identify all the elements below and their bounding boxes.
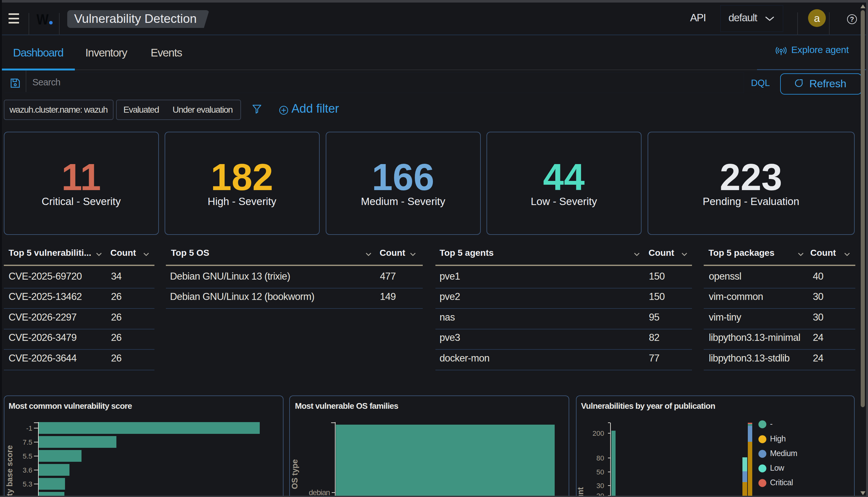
svg-text:50: 50: [597, 468, 604, 476]
svg-text:Medium: Medium: [770, 449, 797, 458]
svg-text:-: -: [770, 419, 773, 428]
svg-text:3.6: 3.6: [23, 466, 32, 474]
svg-text:OS type: OS type: [290, 459, 299, 489]
svg-text:5.5: 5.5: [23, 452, 32, 460]
svg-text:Low: Low: [770, 463, 784, 472]
svg-text:200: 200: [592, 429, 604, 437]
svg-text:-1: -1: [26, 424, 32, 432]
svg-text:5.3: 5.3: [23, 480, 32, 488]
svg-text:debian: debian: [309, 488, 330, 496]
svg-text:High: High: [770, 434, 785, 443]
svg-text:30: 30: [597, 482, 604, 490]
svg-text:Critical: Critical: [770, 478, 793, 487]
svg-text:Count: Count: [576, 487, 585, 496]
svg-text:7.5: 7.5: [23, 438, 32, 446]
svg-text:80: 80: [597, 454, 604, 462]
svg-text:Severity base score: Severity base score: [5, 445, 14, 496]
